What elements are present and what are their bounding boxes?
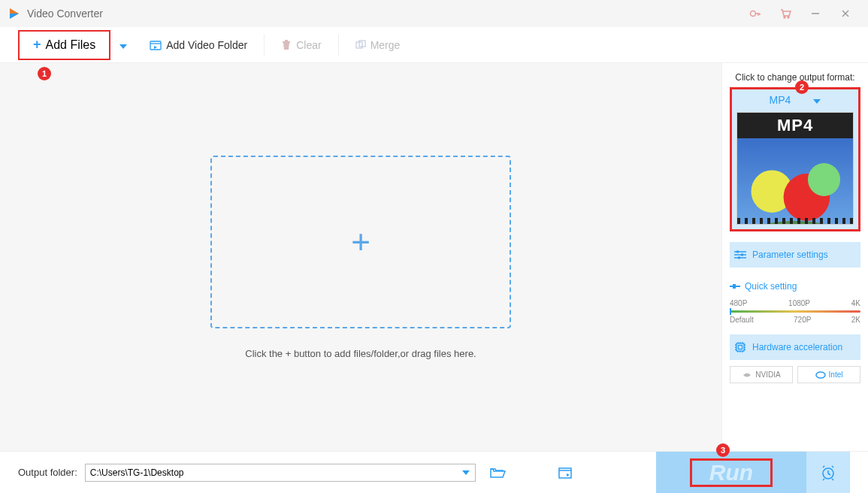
chip-icon [734, 341, 746, 353]
scale-label: 720P [794, 316, 811, 324]
svg-rect-22 [736, 343, 744, 351]
chevron-down-icon [813, 94, 821, 106]
parameter-settings-label: Parameter settings [752, 250, 828, 260]
quick-setting-label: Quick setting [745, 281, 797, 292]
add-files-label: Add Files [46, 38, 96, 52]
alarm-clock-icon [820, 464, 836, 481]
intel-chip[interactable]: Intel [797, 366, 860, 383]
run-button[interactable]: Run [656, 452, 806, 494]
svg-point-1 [784, 17, 785, 18]
quality-slider[interactable]: 480P 1080P 4K Default 720P 2K [730, 299, 860, 324]
output-folder-label: Output folder: [18, 467, 77, 478]
unlock-icon[interactable] [740, 0, 770, 27]
format-selector[interactable]: MP4 [736, 94, 854, 106]
format-name: MP4 [770, 94, 791, 106]
scale-label: 480P [730, 299, 747, 307]
folder-video-icon [150, 39, 162, 51]
sliders-icon [734, 250, 746, 260]
output-list-button[interactable] [558, 466, 573, 479]
parameter-settings-button[interactable]: Parameter settings [730, 242, 860, 268]
intel-icon [815, 371, 826, 379]
dropzone-hint: Click the + button to add files/folder,o… [245, 348, 476, 359]
trash-icon [281, 40, 292, 50]
svg-point-2 [788, 17, 789, 18]
annotation-badge-3: 3 [716, 443, 730, 457]
svg-rect-21 [733, 284, 736, 289]
cart-icon[interactable] [770, 0, 800, 27]
svg-point-13 [808, 163, 840, 196]
toolbar-separator [264, 35, 265, 56]
main-area: + Click the + button to add files/folder… [0, 63, 868, 451]
minimize-button[interactable] [800, 0, 830, 27]
quick-setting: Quick setting 480P 1080P 4K Default 720P… [730, 281, 860, 324]
clear-label: Clear [296, 39, 321, 51]
folder-open-icon [489, 466, 506, 479]
add-folder-label: Add Video Folder [166, 39, 247, 51]
slider-icon [730, 283, 740, 290]
svg-rect-8 [285, 40, 288, 41]
quick-setting-header: Quick setting [730, 281, 860, 292]
dropzone-area: + Click the + button to add files/folder… [0, 63, 721, 451]
hardware-accel-label: Hardware acceleration [752, 342, 842, 352]
scale-label: 1080P [788, 299, 810, 307]
dropzone[interactable]: + [210, 156, 511, 328]
clear-button[interactable]: Clear [268, 27, 334, 62]
app-logo [8, 7, 21, 20]
scale-label: 2K [851, 316, 860, 324]
svg-point-0 [751, 11, 756, 17]
intel-label: Intel [829, 371, 843, 379]
plus-icon: + [33, 37, 41, 53]
nvidia-chip[interactable]: NVIDIA [730, 366, 793, 383]
annotation-box [690, 458, 773, 487]
svg-rect-23 [739, 346, 742, 349]
merge-icon [355, 40, 366, 50]
nvidia-label: NVIDIA [755, 371, 780, 379]
output-folder-input[interactable] [86, 467, 457, 478]
format-thumbnail: MP4 [736, 112, 854, 225]
right-panel: Click to change output format: 2 MP4 MP4 [721, 63, 868, 451]
toolbar: + Add Files 1 Add Video Folder Clear Mer… [0, 27, 868, 63]
output-folder-dropdown[interactable] [457, 464, 475, 481]
annotation-badge-1: 1 [38, 67, 51, 80]
gpu-row: NVIDIA Intel [730, 366, 860, 383]
dropzone-plus-icon: + [351, 223, 370, 261]
annotation-badge-2: 2 [795, 80, 809, 94]
output-folder-field-wrap [85, 464, 476, 482]
folder-list-icon [558, 466, 573, 479]
svg-rect-18 [741, 254, 743, 256]
output-format-box: MP4 MP4 [730, 87, 860, 231]
svg-point-36 [816, 372, 825, 378]
add-video-folder-button[interactable]: Add Video Folder [136, 27, 261, 62]
svg-rect-37 [559, 468, 571, 478]
nvidia-icon [742, 371, 752, 379]
titlebar: Video Converter [0, 0, 868, 27]
merge-label: Merge [370, 39, 401, 51]
hardware-acceleration-button[interactable]: Hardware acceleration [730, 334, 860, 360]
add-files-dropdown[interactable] [119, 38, 127, 52]
scale-label: Default [730, 316, 754, 324]
svg-rect-7 [283, 41, 290, 43]
format-thumb-label: MP4 [737, 113, 853, 138]
svg-rect-17 [736, 251, 739, 253]
merge-button[interactable]: Merge [342, 27, 414, 62]
bottombar: Output folder: 3 Run [0, 451, 868, 493]
schedule-button[interactable] [806, 452, 850, 494]
add-files-button[interactable]: + Add Files [18, 30, 110, 60]
browse-folder-button[interactable] [489, 466, 506, 479]
output-format-label: Click to change output format: [730, 72, 860, 83]
toolbar-separator [338, 35, 339, 56]
scale-label: 4K [851, 299, 860, 307]
svg-rect-6 [150, 41, 161, 50]
svg-rect-19 [738, 257, 740, 259]
app-title: Video Converter [27, 8, 103, 20]
close-button[interactable] [830, 0, 860, 27]
